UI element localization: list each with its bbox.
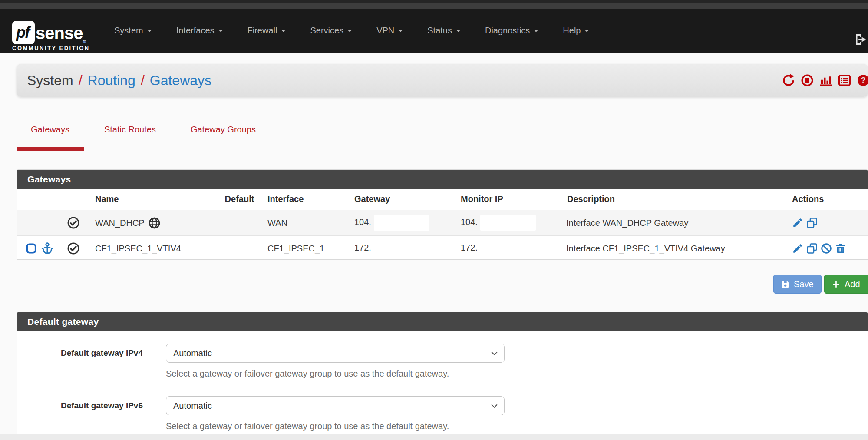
- copy-icon[interactable]: [806, 243, 818, 254]
- row-status-cell: [56, 242, 91, 255]
- breadcrumb-section: System: [27, 73, 73, 89]
- form-control: Automatic Select a gateway or failover g…: [166, 396, 505, 432]
- gateway-name: CF1_IPSEC_1_VTIV4: [95, 244, 181, 254]
- col-description: Description: [562, 194, 788, 204]
- menu-item-services[interactable]: Services: [298, 26, 364, 36]
- log-list-icon[interactable]: [838, 74, 851, 87]
- gateway-monitor-cell: 104.: [455, 215, 562, 231]
- delete-trash-icon[interactable]: [835, 243, 846, 254]
- row-status-cell: [56, 216, 91, 229]
- check-circle-icon: [67, 242, 80, 255]
- gateway-row-wan-dhcp: WAN_DHCP WAN 104. 104. Interface WAN_DHC…: [17, 210, 868, 235]
- gateway-name-cell: CF1_IPSEC_1_VTIV4: [91, 244, 217, 254]
- globe-icon: [148, 217, 161, 229]
- redaction-box: [480, 215, 536, 231]
- window-top-edge: [0, 0, 868, 3]
- default-gateway-panel-title: Default gateway: [17, 312, 868, 331]
- breadcrumb-bar: System / Routing / Gateways: [17, 64, 868, 97]
- breadcrumb: System / Routing / Gateways: [27, 64, 211, 97]
- redaction-box: [374, 215, 429, 231]
- checkbox-icon[interactable]: [26, 243, 37, 254]
- disable-ban-icon[interactable]: [821, 243, 832, 254]
- bar-chart-icon[interactable]: [819, 74, 832, 87]
- refresh-icon[interactable]: [782, 74, 795, 87]
- gateway-address-cell: 104.: [349, 215, 455, 231]
- menu-item-vpn[interactable]: VPN: [364, 26, 415, 36]
- gateway-interface-cell: WAN: [262, 218, 349, 228]
- check-circle-icon: [67, 216, 80, 229]
- save-button-label: Save: [794, 279, 814, 289]
- gateway-address-cell: 172.: [349, 241, 455, 256]
- breadcrumb-separator: /: [79, 73, 83, 89]
- sign-out-icon[interactable]: [854, 33, 868, 46]
- menu-item-status[interactable]: Status: [415, 26, 473, 36]
- gateway-description-cell: Interface CF1_IPSEC_1_VTIV4 Gateway: [562, 244, 788, 254]
- menu-item-help[interactable]: Help: [551, 26, 601, 36]
- page-action-icons: ?: [782, 64, 868, 97]
- gateway-monitor-cell: 172.: [455, 241, 562, 256]
- selected-value: Automatic: [173, 348, 212, 358]
- form-row-default-gateway-ipv6: Default gateway IPv6 Automatic Select a …: [17, 388, 868, 435]
- tab-gateways[interactable]: Gateways: [17, 122, 84, 151]
- form-control: Automatic Select a gateway or failover g…: [166, 344, 505, 380]
- gateway-name-cell: WAN_DHCP: [91, 217, 217, 229]
- gateways-table-header: Name Default Interface Gateway Monitor I…: [17, 189, 868, 210]
- logo-edition-text: COMMUNITY EDITION: [12, 45, 103, 51]
- redaction-box: [480, 241, 536, 256]
- copy-icon[interactable]: [806, 217, 818, 228]
- menu-item-system[interactable]: System: [102, 26, 164, 36]
- chevron-down-icon: [491, 404, 498, 408]
- caret-down-icon: [347, 30, 352, 32]
- default-gateway-ipv6-help: Select a gateway or failover gateway gro…: [166, 420, 505, 432]
- add-button[interactable]: Add: [824, 275, 868, 294]
- registered-mark: ®: [83, 40, 85, 44]
- caret-down-icon: [281, 30, 286, 32]
- tab-static-routes[interactable]: Static Routes: [90, 122, 170, 147]
- anchor-icon[interactable]: [41, 242, 54, 255]
- logo-pf-box: pf: [12, 21, 35, 44]
- help-circle-icon[interactable]: ?: [857, 74, 868, 87]
- edit-pencil-icon[interactable]: [792, 243, 803, 254]
- chevron-down-icon: [491, 351, 498, 355]
- default-gateway-ipv4-help: Select a gateway or failover gateway gro…: [166, 367, 505, 380]
- gateway-description-cell: Interface WAN_DHCP Gateway: [562, 218, 788, 228]
- col-monitor-ip: Monitor IP: [455, 194, 562, 204]
- col-gateway: Gateway: [349, 194, 455, 204]
- svg-text:?: ?: [861, 76, 865, 85]
- caret-down-icon: [456, 30, 461, 32]
- menu-item-interfaces[interactable]: Interfaces: [164, 26, 235, 36]
- default-gateway-ipv4-select[interactable]: Automatic: [166, 344, 505, 363]
- plus-icon: [832, 280, 840, 288]
- redaction-box: [374, 241, 429, 256]
- tab-gateway-groups[interactable]: Gateway Groups: [176, 122, 270, 147]
- default-gateway-ipv6-label: Default gateway IPv6: [17, 396, 148, 415]
- breadcrumb-link-routing[interactable]: Routing: [88, 73, 135, 89]
- caret-down-icon: [398, 30, 403, 32]
- save-floppy-icon: [781, 280, 789, 288]
- col-name: Name: [91, 194, 217, 204]
- edit-pencil-icon[interactable]: [792, 217, 803, 228]
- gateway-actions-cell: [788, 217, 868, 228]
- save-button[interactable]: Save: [773, 275, 822, 294]
- gateways-panel: Gateways Name Default Interface Gateway …: [17, 169, 868, 260]
- caret-down-icon: [147, 30, 152, 32]
- gateway-interface-cell: CF1_IPSEC_1: [262, 244, 349, 254]
- col-interface: Interface: [262, 194, 349, 204]
- selected-value: Automatic: [173, 401, 212, 411]
- default-gateway-ipv6-select[interactable]: Automatic: [166, 396, 505, 415]
- pfsense-logo[interactable]: pf sense® COMMUNITY EDITION: [12, 20, 103, 52]
- logo-row: pf sense®: [12, 20, 103, 44]
- logo-sense-text: sense®: [36, 22, 86, 44]
- add-button-label: Add: [845, 279, 860, 289]
- default-gateway-panel: Default gateway Default gateway IPv4 Aut…: [17, 312, 868, 434]
- breadcrumb-separator: /: [141, 73, 145, 89]
- menu-item-diagnostics[interactable]: Diagnostics: [473, 26, 551, 36]
- breadcrumb-link-gateways[interactable]: Gateways: [150, 73, 211, 89]
- gateways-panel-title: Gateways: [17, 170, 868, 189]
- caret-down-icon: [218, 30, 223, 32]
- row-select-cell: [17, 242, 56, 255]
- stop-circle-icon[interactable]: [801, 74, 814, 87]
- routing-tabs: Gateways Static Routes Gateway Groups: [17, 122, 270, 151]
- menu-item-firewall[interactable]: Firewall: [235, 26, 298, 36]
- pfsense-gateways-page: pf sense® COMMUNITY EDITION System Inter…: [0, 0, 868, 440]
